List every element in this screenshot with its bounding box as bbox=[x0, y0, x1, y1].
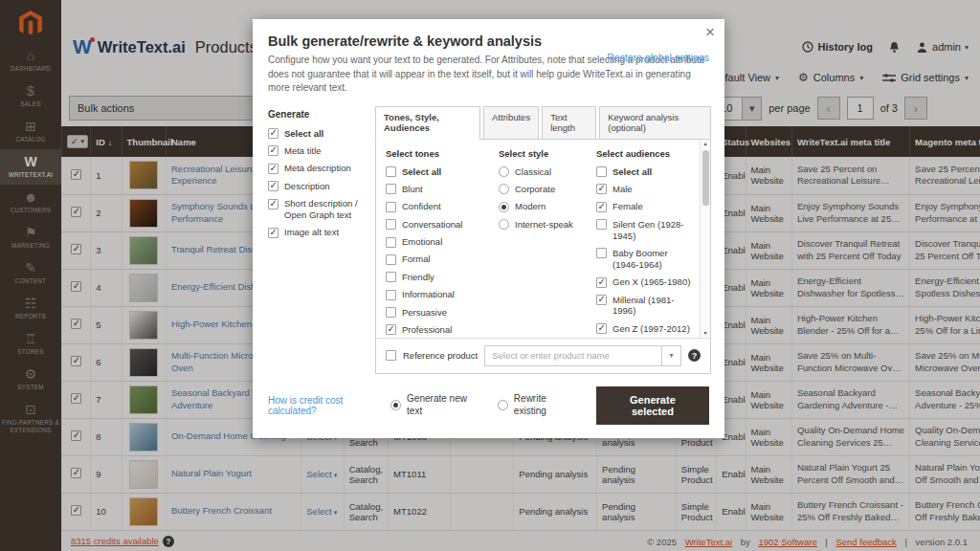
radio-button[interactable] bbox=[499, 202, 509, 212]
audience-option[interactable]: Gen Z (1997-2012) bbox=[596, 323, 695, 335]
generate-option[interactable]: Meta description bbox=[268, 163, 368, 174]
tone-option-label: Blunt bbox=[402, 184, 423, 195]
generate-option[interactable]: Select all bbox=[268, 128, 368, 140]
tone-option[interactable]: Formal bbox=[386, 253, 499, 265]
credit-cost-link[interactable]: How is credit cost calculated? bbox=[268, 395, 390, 416]
audience-option[interactable]: Select all bbox=[596, 166, 695, 178]
checkbox[interactable] bbox=[596, 277, 607, 288]
audience-option[interactable]: Millenial (1981-1996) bbox=[596, 295, 695, 318]
style-option[interactable]: Corporate bbox=[499, 184, 596, 195]
generate-option-label: Meta title bbox=[284, 145, 322, 157]
audience-option[interactable]: Female bbox=[596, 201, 695, 212]
tone-option[interactable]: Professional bbox=[386, 324, 499, 336]
modal-tab[interactable]: Keyword analysis (optional) bbox=[599, 106, 711, 140]
checkbox[interactable] bbox=[386, 166, 396, 177]
reference-product-input[interactable] bbox=[485, 350, 661, 361]
checkbox[interactable] bbox=[596, 295, 607, 305]
checkbox[interactable] bbox=[268, 128, 278, 139]
style-option[interactable]: Internet-speak bbox=[499, 219, 596, 231]
modal-tab[interactable]: Tones, Style, Audiences bbox=[375, 106, 480, 140]
audience-option-label: Baby Boomer (1946-1964) bbox=[612, 248, 695, 271]
restore-global-settings-link[interactable]: Restore global settings bbox=[607, 52, 709, 63]
radio-button[interactable] bbox=[390, 400, 401, 410]
generate-mode-radios: Generate new text Rewrite existing bbox=[390, 393, 579, 417]
generate-new-text-option[interactable]: Generate new text bbox=[390, 393, 482, 417]
panel-scrollbar[interactable]: ▴ ▾ bbox=[700, 140, 710, 338]
chevron-down-icon[interactable]: ▾ bbox=[661, 346, 680, 365]
tone-option-label: Informational bbox=[402, 289, 455, 300]
style-option-label: Internet-speak bbox=[515, 219, 573, 231]
checkbox[interactable] bbox=[386, 324, 396, 335]
tones-column: Select tones Select all bbox=[386, 148, 499, 338]
audience-option[interactable]: Baby Boomer (1946-1964) bbox=[596, 248, 695, 271]
checkbox[interactable] bbox=[386, 184, 396, 194]
checkbox[interactable] bbox=[596, 323, 607, 334]
checkbox[interactable] bbox=[596, 248, 607, 258]
tone-option[interactable]: Blunt bbox=[386, 184, 499, 195]
audience-option-label: Female bbox=[612, 201, 643, 212]
radio-button[interactable] bbox=[498, 400, 508, 410]
tone-option[interactable]: Informational bbox=[386, 289, 499, 300]
rewrite-existing-option[interactable]: Rewrite existing bbox=[498, 393, 579, 417]
checkbox[interactable] bbox=[268, 228, 278, 238]
generate-new-text-label: Generate new text bbox=[407, 393, 482, 417]
generate-option[interactable]: Meta title bbox=[268, 145, 368, 157]
bulk-generate-modal: × Bulk generate/rewrite & keyword analys… bbox=[253, 19, 724, 438]
checkbox[interactable] bbox=[268, 145, 278, 156]
tone-option[interactable]: Select all bbox=[386, 166, 499, 178]
close-icon[interactable]: × bbox=[705, 24, 715, 40]
style-column: Select style Classical bbox=[499, 148, 596, 338]
scroll-down-icon[interactable]: ▾ bbox=[703, 329, 706, 338]
checkbox[interactable] bbox=[386, 307, 396, 318]
generate-option[interactable]: Image alt text bbox=[268, 227, 368, 238]
checkbox[interactable] bbox=[386, 219, 396, 230]
tone-option-label: Conversational bbox=[402, 219, 462, 231]
modal-tab[interactable]: Attributes bbox=[483, 106, 539, 140]
checkbox[interactable] bbox=[268, 181, 278, 191]
style-option[interactable]: Modern bbox=[499, 201, 596, 212]
generate-option[interactable]: Description bbox=[268, 181, 368, 192]
checkbox[interactable] bbox=[386, 202, 396, 212]
tone-option-label: Select all bbox=[402, 166, 441, 178]
audience-option-label: Male bbox=[612, 184, 633, 195]
scrollbar-thumb[interactable] bbox=[702, 150, 709, 206]
checkbox[interactable] bbox=[596, 184, 607, 194]
radio-button[interactable] bbox=[499, 166, 509, 177]
audience-option-label: Gen X (1965-1980) bbox=[612, 276, 690, 288]
audience-option[interactable]: Silent Gen (1928-1945) bbox=[596, 219, 695, 242]
style-option-label: Classical bbox=[515, 166, 551, 178]
tone-option[interactable]: Friendly bbox=[386, 272, 499, 283]
checkbox[interactable] bbox=[386, 272, 396, 282]
reference-product-checkbox[interactable] bbox=[386, 350, 396, 361]
style-option[interactable]: Classical bbox=[499, 166, 596, 178]
modal-tab[interactable]: Text length bbox=[542, 106, 596, 140]
rewrite-existing-label: Rewrite existing bbox=[514, 393, 579, 417]
generate-option-label: Meta description bbox=[284, 163, 351, 174]
generate-option[interactable]: Short description / Open Graph text bbox=[268, 198, 368, 221]
checkbox[interactable] bbox=[596, 202, 607, 212]
radio-button[interactable] bbox=[499, 219, 509, 230]
tone-option[interactable]: Confident bbox=[386, 201, 499, 212]
modal-actions: How is credit cost calculated? Generate … bbox=[268, 386, 709, 425]
radio-button[interactable] bbox=[499, 184, 509, 194]
checkbox[interactable] bbox=[386, 237, 396, 248]
checkbox[interactable] bbox=[268, 164, 278, 174]
audience-option[interactable]: Male bbox=[596, 184, 695, 195]
checkbox[interactable] bbox=[386, 254, 396, 265]
help-icon[interactable] bbox=[688, 349, 701, 362]
checkbox[interactable] bbox=[386, 290, 396, 300]
scroll-up-icon[interactable]: ▴ bbox=[703, 140, 706, 148]
audience-option-label: Silent Gen (1928-1945) bbox=[612, 219, 695, 242]
checkbox[interactable] bbox=[596, 219, 607, 230]
generate-selected-button[interactable]: Generate selected bbox=[596, 386, 709, 425]
style-option-label: Modern bbox=[515, 201, 546, 212]
reference-product-label: Reference product bbox=[403, 350, 478, 361]
tone-option[interactable]: Conversational bbox=[386, 219, 499, 231]
checkbox[interactable] bbox=[268, 199, 278, 209]
tone-option[interactable]: Persuasive bbox=[386, 307, 499, 319]
tone-option[interactable]: Emotional bbox=[386, 236, 499, 248]
audience-option[interactable]: Gen X (1965-1980) bbox=[596, 276, 695, 288]
reference-product-select: ▾ bbox=[484, 345, 681, 366]
audience-option-label: Gen Z (1997-2012) bbox=[612, 323, 690, 335]
checkbox[interactable] bbox=[596, 166, 607, 177]
